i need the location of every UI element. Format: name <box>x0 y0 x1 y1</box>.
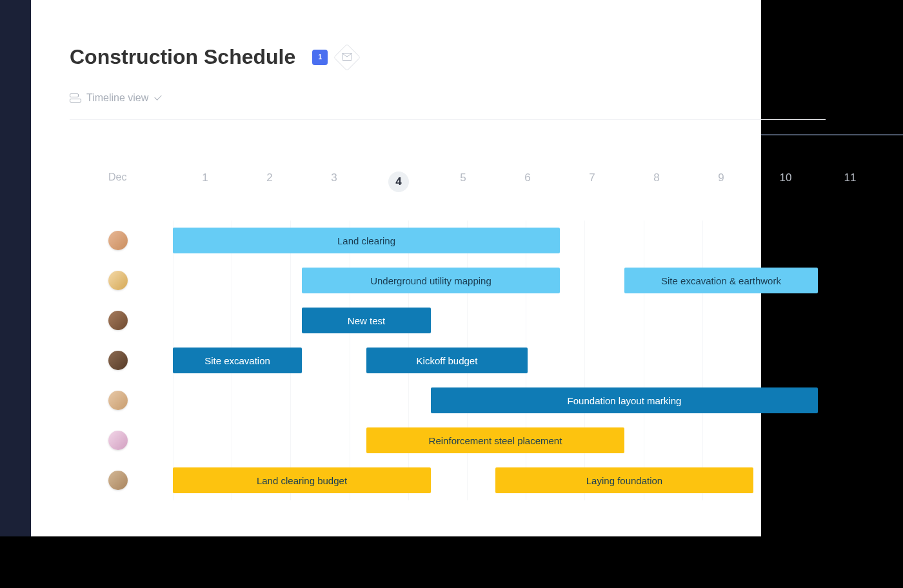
task-bar[interactable]: Site excavation & earthwork <box>624 268 818 293</box>
gantt-body: Land clearingUnderground utility mapping… <box>57 220 761 500</box>
bars-container: Land clearing <box>160 228 761 253</box>
calendar-integration-button[interactable]: 1 <box>308 46 332 69</box>
bars-container: Foundation layout marking <box>160 387 761 413</box>
gantt-row: Land clearing budgetLaying foundation <box>108 460 761 500</box>
gantt-row: Land clearing <box>108 220 761 260</box>
day-header-cell[interactable]: 10 <box>753 172 818 192</box>
page-header: Construction Schedule 1 <box>70 45 761 69</box>
avatar[interactable] <box>108 431 128 450</box>
main-content: Construction Schedule 1 Timeline view De… <box>31 0 761 536</box>
avatar[interactable] <box>108 351 128 370</box>
gantt-row: New test <box>108 300 761 340</box>
bars-container: New test <box>160 308 761 333</box>
email-integration-button[interactable] <box>335 46 359 69</box>
view-selector[interactable]: Timeline view <box>70 92 761 104</box>
bars-container: Land clearing budgetLaying foundation <box>160 467 761 493</box>
day-header-cell[interactable]: 9 <box>689 172 753 192</box>
day-header-cell[interactable]: 4 <box>366 172 431 192</box>
day-header-cell[interactable]: 5 <box>431 172 495 192</box>
task-bar[interactable]: Underground utility mapping <box>302 268 560 293</box>
task-bar[interactable]: Laying foundation <box>495 467 753 493</box>
sidebar <box>0 0 31 536</box>
avatar[interactable] <box>108 271 128 290</box>
day-header-cell[interactable]: 8 <box>624 172 689 192</box>
avatar[interactable] <box>108 391 128 410</box>
task-bar[interactable]: Kickoff budget <box>366 348 528 373</box>
gantt-row: Reinforcement steel placement <box>108 420 761 460</box>
gantt-row: Site excavationKickoff budget <box>108 340 761 380</box>
chevron-down-icon <box>155 93 162 100</box>
task-bar[interactable]: Site excavation <box>173 348 302 373</box>
avatar[interactable] <box>108 311 128 330</box>
day-header-cell[interactable]: 6 <box>495 172 560 192</box>
envelope-icon <box>333 43 361 70</box>
bars-container: Reinforcement steel placement <box>160 427 761 453</box>
timeline-chart: Dec 1234567891011 Land clearingUndergrou… <box>57 172 761 500</box>
avatar[interactable] <box>108 231 128 250</box>
task-bar[interactable]: New test <box>302 308 431 333</box>
timeline-icon <box>70 93 80 103</box>
avatar[interactable] <box>108 471 128 490</box>
day-header-cell[interactable]: 2 <box>237 172 302 192</box>
bars-container: Underground utility mappingSite excavati… <box>160 268 761 293</box>
month-label: Dec <box>108 172 126 183</box>
page-title: Construction Schedule <box>70 45 295 69</box>
day-header-cell[interactable]: 1 <box>173 172 237 192</box>
view-label: Timeline view <box>86 92 148 104</box>
day-header-cell[interactable]: 11 <box>818 172 882 192</box>
gantt-row: Foundation layout marking <box>108 380 761 420</box>
date-header: Dec 1234567891011 <box>57 172 761 192</box>
task-bar[interactable]: Land clearing <box>173 228 560 253</box>
bars-container: Site excavationKickoff budget <box>160 348 761 373</box>
task-bar[interactable]: Reinforcement steel placement <box>366 427 624 453</box>
day-header-cell[interactable]: 3 <box>302 172 366 192</box>
task-bar[interactable]: Land clearing budget <box>173 467 431 493</box>
divider <box>70 119 826 120</box>
calendar-icon: 1 <box>312 50 328 65</box>
gantt-row: Underground utility mappingSite excavati… <box>108 260 761 300</box>
day-header-cell[interactable]: 7 <box>560 172 624 192</box>
connector-line <box>761 134 903 135</box>
task-bar[interactable]: Foundation layout marking <box>431 387 818 413</box>
